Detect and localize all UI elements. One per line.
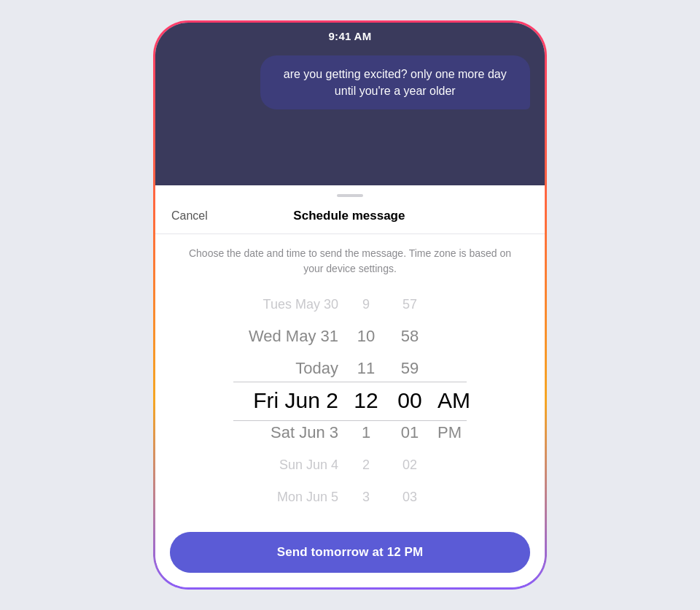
date-column[interactable]: Tues May 30 Wed May 31 Today Fri Jun 2 S… xyxy=(228,288,344,513)
minute-item-0[interactable]: 57 xyxy=(388,288,432,320)
status-bar: 9:41 AM xyxy=(155,23,545,47)
hour-item-2[interactable]: 11 xyxy=(344,352,388,385)
ampm-item-5[interactable] xyxy=(438,449,472,481)
date-item-5[interactable]: Sun Jun 4 xyxy=(228,449,338,481)
phone-frame: 9:41 AM are you getting excited? only on… xyxy=(153,20,547,590)
date-item-6[interactable]: Mon Jun 5 xyxy=(228,481,338,513)
minute-item-3[interactable]: 00 xyxy=(388,385,432,417)
minute-column[interactable]: 57 58 59 00 01 02 03 xyxy=(388,288,432,513)
date-item-4[interactable]: Sat Jun 3 xyxy=(228,417,338,449)
date-item-1[interactable]: Wed May 31 xyxy=(228,320,338,352)
sheet-handle-area xyxy=(155,185,545,197)
ampm-item-2[interactable] xyxy=(438,352,472,385)
hour-column[interactable]: 9 10 11 12 1 2 3 xyxy=(344,288,388,513)
ampm-item-1[interactable] xyxy=(438,320,472,352)
minute-item-5[interactable]: 02 xyxy=(388,449,432,481)
message-bubble: are you getting excited? only one more d… xyxy=(260,55,531,109)
sheet-title: Schedule message xyxy=(293,209,405,223)
date-item-0[interactable]: Tues May 30 xyxy=(228,288,338,320)
date-item-2[interactable]: Today xyxy=(228,352,338,385)
chat-area: are you getting excited? only one more d… xyxy=(155,47,545,185)
ampm-item-4[interactable]: PM xyxy=(438,417,472,449)
sheet-header: Cancel Schedule message xyxy=(155,197,545,234)
ampm-column[interactable]: AM PM xyxy=(432,288,472,513)
hour-item-6[interactable]: 3 xyxy=(344,481,388,513)
date-item-3[interactable]: Fri Jun 2 xyxy=(228,385,338,417)
ampm-item-0[interactable] xyxy=(438,288,472,320)
bottom-sheet: Cancel Schedule message Choose the date … xyxy=(155,197,545,587)
minute-item-2[interactable]: 59 xyxy=(388,352,432,385)
minute-item-4[interactable]: 01 xyxy=(388,417,432,449)
date-time-picker[interactable]: Tues May 30 Wed May 31 Today Fri Jun 2 S… xyxy=(155,282,545,519)
hour-item-0[interactable]: 9 xyxy=(344,288,388,320)
status-time: 9:41 AM xyxy=(328,30,371,42)
minute-item-6[interactable]: 03 xyxy=(388,481,432,513)
sheet-description: Choose the date and time to send the mes… xyxy=(155,234,545,282)
hour-item-4[interactable]: 1 xyxy=(344,417,388,449)
ampm-item-6[interactable] xyxy=(438,481,472,513)
minute-item-1[interactable]: 58 xyxy=(388,320,432,352)
cancel-button[interactable]: Cancel xyxy=(171,209,208,223)
hour-item-3[interactable]: 12 xyxy=(344,385,388,417)
hour-item-5[interactable]: 2 xyxy=(344,449,388,481)
ampm-item-3[interactable]: AM xyxy=(438,385,472,417)
send-button[interactable]: Send tomorrow at 12 PM xyxy=(170,532,530,573)
hour-item-1[interactable]: 10 xyxy=(344,320,388,352)
